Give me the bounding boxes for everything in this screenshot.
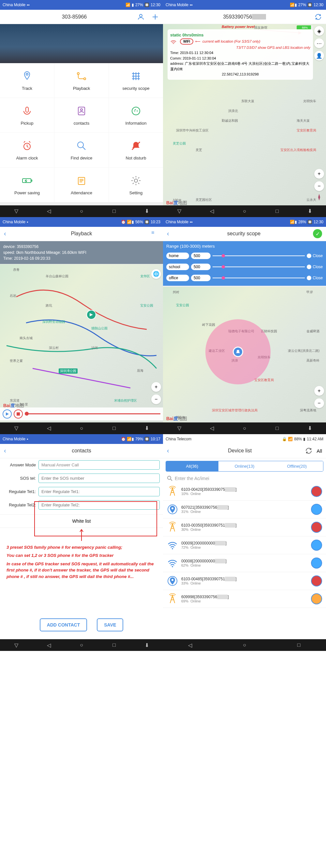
nav-home-icon[interactable]: ○	[78, 207, 85, 215]
map-layers-icon[interactable]: ◈	[314, 26, 324, 36]
menu-track[interactable]: Track	[0, 63, 54, 98]
hero-image	[0, 24, 163, 63]
answer-mode-select[interactable]: Manual Answer Call	[38, 460, 160, 470]
scope-close-toggle[interactable]: Close	[307, 253, 323, 258]
refresh-icon[interactable]	[314, 13, 322, 21]
tab-online[interactable]: Online(13)	[218, 461, 271, 471]
device-row[interactable]: 00008[2000000000XXXX] 62% Online	[163, 554, 326, 572]
zoom-in-icon[interactable]: +	[314, 169, 324, 179]
svg-point-2	[77, 72, 79, 74]
tab-offline[interactable]: Offline(20)	[271, 461, 323, 471]
device-avatar[interactable]	[311, 522, 322, 533]
scope-slider[interactable]	[213, 267, 305, 267]
svg-point-11	[134, 179, 138, 182]
back-icon[interactable]: ‹	[167, 447, 175, 455]
device-row[interactable]: 00009[2000000000XXXX] 72% Online	[163, 536, 326, 554]
device-avatar[interactable]	[311, 593, 322, 604]
menu-attendance[interactable]: Attendance	[54, 167, 109, 202]
android-nav: ▽◁○□⬇	[163, 205, 326, 217]
device-avatar[interactable]	[311, 504, 322, 515]
scope-close-toggle[interactable]: Close	[307, 276, 323, 280]
back-icon[interactable]: ‹	[4, 230, 12, 238]
play-button[interactable]	[3, 409, 12, 418]
menu-security-scope[interactable]: security scope	[109, 63, 163, 98]
geofence-pin[interactable]	[233, 347, 243, 357]
device-id: 3593390756XXXX	[175, 14, 314, 20]
status-bar: China Telecom 🔒 📶 88% ▮ 11:42 AM	[163, 434, 326, 444]
search-row[interactable]: Enter the Ac/imei	[163, 474, 326, 483]
device-row[interactable]: 6103-00350[3593390751XXXX] 30% Online	[163, 519, 326, 536]
add-icon[interactable]	[151, 13, 159, 21]
zoom-out-icon[interactable]: −	[314, 398, 324, 408]
scope-name-input[interactable]	[166, 275, 189, 281]
map-more-icon[interactable]: ⋯	[314, 38, 324, 48]
device-type-icon	[167, 522, 178, 533]
confirm-icon[interactable]: ✓	[313, 229, 322, 238]
device-info: 00008[2000000000XXXX] 62% Online	[181, 559, 308, 567]
nav-down-icon[interactable]: ⬇	[143, 207, 151, 215]
device-row[interactable]: 607021[3593390756XXXX] 31% Online	[163, 501, 326, 519]
zoom-in-icon[interactable]: +	[151, 382, 161, 392]
zoom-in-icon[interactable]: +	[314, 386, 324, 396]
all-toggle[interactable]: All	[317, 448, 322, 454]
android-nav: ▽◁○□⬇	[0, 423, 163, 434]
nav-back-icon[interactable]: ◁	[45, 207, 53, 215]
menu-find-device[interactable]: Find device	[54, 133, 109, 167]
device-avatar[interactable]	[311, 486, 322, 497]
menu-not-disturb[interactable]: Not disturb	[109, 133, 163, 167]
menu-contacts[interactable]: contacts	[54, 98, 109, 132]
sos-tel-input[interactable]	[38, 473, 160, 483]
compass-icon[interactable]	[314, 192, 324, 202]
scope-value-input[interactable]	[191, 264, 211, 270]
sos-annotation: 3 preset SOS family phone # for emergenc…	[0, 541, 163, 583]
menu-power-saving[interactable]: Power saving	[0, 167, 54, 202]
map-canvas[interactable]: 州村 甲岸 宝安公园 岭下花园 瑞德电子有限公司 百财科技园 金威啤酒 建达工业…	[163, 287, 326, 423]
zoom-out-icon[interactable]: −	[151, 395, 161, 404]
back-icon[interactable]: ‹	[167, 230, 175, 238]
playback-info: device: 3593390756 speed: 0km Northbound…	[0, 241, 163, 264]
add-contact-button[interactable]: ADD CONTACT	[40, 618, 87, 631]
page-title: Playback	[12, 231, 151, 237]
regulate-tel2-input[interactable]	[38, 500, 160, 510]
menu-setting[interactable]: Setting	[109, 167, 163, 202]
device-avatar[interactable]	[311, 539, 322, 551]
globe-icon[interactable]: 🌐	[151, 269, 161, 279]
device-type-icon	[167, 504, 178, 515]
scope-close-toggle[interactable]: Close	[307, 265, 323, 269]
device-avatar[interactable]	[311, 558, 322, 568]
device-row[interactable]: 609998[3593390756XXXX] 69% Online	[163, 590, 326, 608]
scope-value-input[interactable]	[191, 275, 211, 281]
tab-all[interactable]: All(36)	[166, 461, 218, 471]
regulate-tel1-input[interactable]	[38, 487, 160, 496]
nav-menu-icon[interactable]: ▽	[12, 207, 20, 215]
panel-main-menu: China Mobile ▪▪ 📶▮27% 🔲 12:30 303-85966 …	[0, 0, 163, 217]
scope-name-input[interactable]	[166, 253, 189, 259]
menu-alarm-clock[interactable]: Alarm clock	[0, 133, 54, 167]
scope-value-input[interactable]	[191, 253, 211, 259]
scope-slider[interactable]	[213, 278, 305, 278]
zoom-out-icon[interactable]: −	[314, 181, 324, 191]
menu-playback[interactable]: Playback	[54, 63, 109, 98]
whitelist-link[interactable]: White list	[0, 514, 163, 528]
scope-slider[interactable]	[213, 255, 305, 256]
page-title: contacts	[12, 448, 151, 454]
profile-icon[interactable]	[137, 13, 145, 21]
menu-pickup[interactable]: Pickup	[0, 98, 54, 132]
menu-icon[interactable]: ≡	[151, 230, 159, 238]
device-info: 00009[2000000000XXXX] 72% Online	[181, 541, 308, 549]
save-button[interactable]: SAVE	[97, 618, 123, 631]
device-info: 6103-00350[3593390751XXXX] 30% Online	[181, 523, 308, 531]
stop-button[interactable]	[14, 409, 23, 418]
map-street-icon[interactable]: 👤	[314, 51, 324, 61]
device-avatar[interactable]	[311, 576, 322, 587]
device-row[interactable]: 6103-00420[3593339075XXXX] 10% Online	[163, 483, 326, 501]
scope-name-input[interactable]	[166, 264, 189, 270]
map-canvas[interactable]: 赤青 羊台山森林公园 龙华区 石岩 路坑 宝安公园 深圳野生动物园 塘朗山公园 …	[0, 264, 163, 423]
refresh-icon[interactable]	[305, 447, 313, 455]
back-icon[interactable]: ‹	[4, 447, 12, 455]
nav-recent-icon[interactable]: □	[110, 207, 118, 215]
device-row[interactable]: 6103-00485[3593390751XXXX] 33% Online	[163, 572, 326, 590]
android-nav: ▽◁○□⬇	[0, 639, 163, 651]
menu-information[interactable]: Information	[109, 98, 163, 132]
playback-slider[interactable]	[25, 413, 160, 414]
